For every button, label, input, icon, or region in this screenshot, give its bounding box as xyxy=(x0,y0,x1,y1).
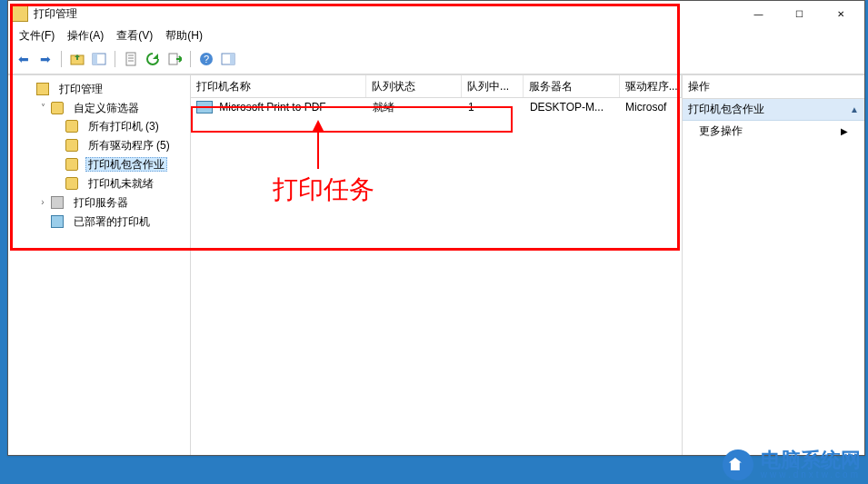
pane-icon xyxy=(92,52,106,66)
list-pane: 打印机名称 队列状态 队列中... 服务器名 驱动程序... Microsoft… xyxy=(191,75,683,455)
menu-action[interactable]: 操作(A) xyxy=(62,27,109,44)
cell-jobs-in-queue: 1 xyxy=(463,101,524,114)
annotation-arrow xyxy=(317,129,319,169)
tree-root[interactable]: 打印管理 ˅ 自定义筛选器 所有打印机 (3) xyxy=(23,79,190,231)
tree-custom-filters-label: 自定义筛选器 xyxy=(71,101,142,115)
cell-server-name: DESKTOP-M... xyxy=(524,101,620,114)
window-title: 打印管理 xyxy=(34,6,738,22)
toolbar-separator xyxy=(115,51,115,67)
arrow-right-icon: ➡ xyxy=(40,52,51,66)
export-list-button[interactable] xyxy=(165,49,185,69)
folder-icon xyxy=(36,83,49,95)
pane-right-icon xyxy=(221,52,235,66)
filter-icon xyxy=(65,139,78,152)
chevron-right-icon: ▶ xyxy=(841,126,848,136)
annotation-label: 打印任务 xyxy=(273,173,374,207)
watermark: 电脑系统网 www.dnxtw.com xyxy=(723,449,861,480)
printer-icon xyxy=(51,215,64,228)
help-button[interactable]: ? xyxy=(196,49,216,69)
tree-printers-not-ready-label: 打印机未就绪 xyxy=(85,176,156,191)
toolbar: ⬅ ➡ ? xyxy=(8,44,864,74)
filter-icon xyxy=(51,102,64,114)
tree-deployed-printers[interactable]: 已部署的打印机 xyxy=(37,212,190,231)
watermark-main: 电脑系统网 xyxy=(761,450,861,470)
table-row[interactable]: Microsoft Print to PDF 就绪 1 DESKTOP-M...… xyxy=(191,98,682,116)
properties-button[interactable] xyxy=(121,49,141,69)
expand-toggle[interactable]: › xyxy=(37,193,48,212)
maximize-icon: ☐ xyxy=(795,9,803,19)
actions-more[interactable]: 更多操作 ▶ xyxy=(683,121,864,142)
col-driver-name[interactable]: 驱动程序... xyxy=(620,75,682,97)
printer-icon xyxy=(196,101,213,114)
menu-help[interactable]: 帮助(H) xyxy=(160,27,208,44)
tree-all-drivers[interactable]: 所有驱动程序 (5) xyxy=(52,135,190,154)
tree-print-servers-label: 打印服务器 xyxy=(71,195,131,210)
svg-text:?: ? xyxy=(204,54,209,64)
col-server-name[interactable]: 服务器名 xyxy=(524,75,619,97)
list-header: 打印机名称 队列状态 队列中... 服务器名 驱动程序... xyxy=(191,75,682,98)
cell-printer-name: Microsoft Print to PDF xyxy=(191,101,367,114)
watermark-sub: www.dnxtw.com xyxy=(761,470,861,479)
tree-pane: 打印管理 ˅ 自定义筛选器 所有打印机 (3) xyxy=(8,75,191,455)
menu-file[interactable]: 文件(F) xyxy=(14,27,60,44)
show-hide-tree-button[interactable] xyxy=(89,49,109,69)
collapse-toggle[interactable]: ˅ xyxy=(37,99,48,117)
filter-icon xyxy=(65,177,78,190)
app-icon xyxy=(12,5,28,22)
actions-group-title[interactable]: 打印机包含作业 ▲ xyxy=(683,99,864,121)
svg-rect-11 xyxy=(230,54,234,64)
toolbar-separator xyxy=(190,51,191,67)
actions-group-label: 打印机包含作业 xyxy=(688,102,764,117)
col-queue-status[interactable]: 队列状态 xyxy=(366,75,462,97)
print-management-window: 打印管理 — ☐ ✕ 文件(F) 操作(A) 查看(V) 帮助(H) ⬅ ➡ xyxy=(7,0,865,456)
tree-root-label: 打印管理 xyxy=(56,82,105,96)
folder-up-icon xyxy=(70,52,85,66)
menu-view[interactable]: 查看(V) xyxy=(111,27,158,44)
tree-print-servers[interactable]: › 打印服务器 xyxy=(37,193,190,212)
list-body: Microsoft Print to PDF 就绪 1 DESKTOP-M...… xyxy=(191,98,682,455)
maximize-button[interactable]: ☐ xyxy=(779,1,820,26)
show-hide-action-pane-button[interactable] xyxy=(218,49,238,69)
nav-back-button[interactable]: ⬅ xyxy=(14,49,34,69)
tree-printers-not-ready[interactable]: 打印机未就绪 xyxy=(52,173,190,193)
toolbar-separator xyxy=(61,51,62,67)
filter-icon xyxy=(65,120,78,133)
svg-rect-7 xyxy=(169,54,177,64)
export-icon xyxy=(167,52,182,66)
minimize-button[interactable]: — xyxy=(738,1,779,26)
help-icon: ? xyxy=(199,52,214,66)
tree-all-printers-label: 所有打印机 (3) xyxy=(85,119,162,133)
tree-all-drivers-label: 所有驱动程序 (5) xyxy=(85,138,173,153)
close-button[interactable]: ✕ xyxy=(820,1,861,26)
nav-forward-button[interactable]: ➡ xyxy=(35,49,55,69)
watermark-logo-icon xyxy=(723,449,753,480)
tree-all-printers[interactable]: 所有打印机 (3) xyxy=(52,117,190,136)
tree-printers-with-jobs-label: 打印机包含作业 xyxy=(85,157,167,172)
cell-queue-status: 就绪 xyxy=(367,100,463,115)
col-printer-name[interactable]: 打印机名称 xyxy=(191,75,366,97)
cell-driver-name: Microsof xyxy=(620,101,682,114)
tree: 打印管理 ˅ 自定义筛选器 所有打印机 (3) xyxy=(8,79,190,231)
watermark-text: 电脑系统网 www.dnxtw.com xyxy=(761,450,861,479)
cell-printer-name-text: Microsoft Print to PDF xyxy=(219,101,325,114)
close-icon: ✕ xyxy=(837,9,844,19)
svg-rect-3 xyxy=(126,53,135,65)
tree-printers-with-jobs[interactable]: 打印机包含作业 xyxy=(52,154,190,173)
tree-custom-filters[interactable]: ˅ 自定义筛选器 所有打印机 (3) xyxy=(37,98,190,193)
chevron-up-icon: ▲ xyxy=(850,104,859,114)
refresh-button[interactable] xyxy=(143,49,163,69)
up-button[interactable] xyxy=(67,49,87,69)
body: 打印管理 ˅ 自定义筛选器 所有打印机 (3) xyxy=(8,74,864,455)
arrow-left-icon: ⬅ xyxy=(18,52,29,66)
sheet-icon xyxy=(124,52,138,66)
actions-pane: 操作 打印机包含作业 ▲ 更多操作 ▶ xyxy=(683,75,864,455)
col-jobs-in-queue[interactable]: 队列中... xyxy=(462,75,524,97)
actions-pane-header: 操作 xyxy=(683,75,864,99)
server-icon xyxy=(51,196,64,209)
minimize-icon: — xyxy=(754,9,763,19)
actions-more-label: 更多操作 xyxy=(699,123,743,139)
filter-icon xyxy=(65,158,78,171)
titlebar: 打印管理 — ☐ ✕ xyxy=(8,1,864,26)
menubar: 文件(F) 操作(A) 查看(V) 帮助(H) xyxy=(8,26,864,44)
refresh-icon xyxy=(145,52,160,66)
